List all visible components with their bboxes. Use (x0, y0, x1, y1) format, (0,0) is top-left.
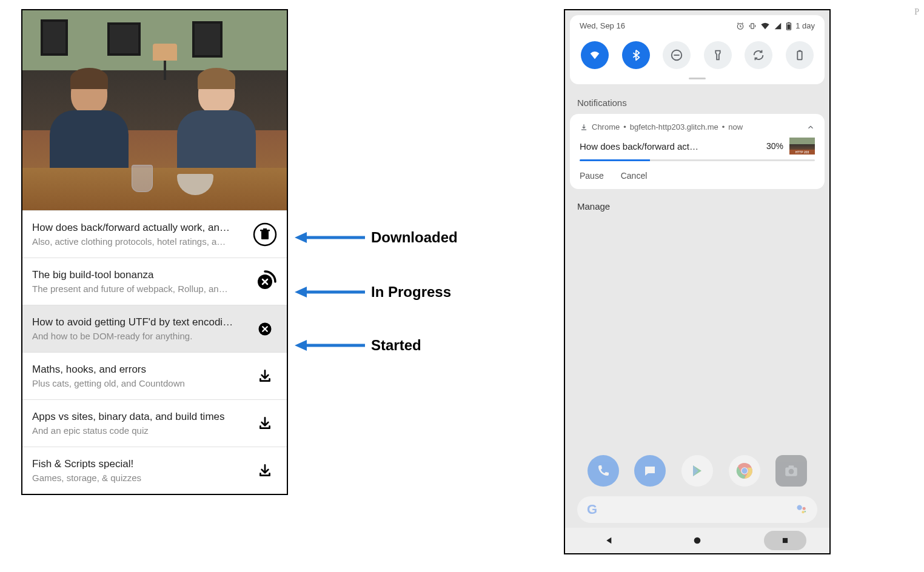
episode-subtitle: Plus cats, getting old, and Countdown (32, 378, 246, 388)
vibrate-icon (748, 22, 757, 30)
episode-title: How to avoid getting UTF'd by text encod… (32, 316, 246, 328)
svg-rect-2 (260, 230, 270, 231)
svg-rect-33 (783, 538, 788, 543)
manage-notifications-link[interactable]: Manage (565, 189, 829, 224)
bluetooth-toggle[interactable] (622, 41, 650, 69)
episode-title: The big build-tool bonanza (32, 269, 246, 281)
svg-rect-13 (751, 23, 754, 28)
episode-row[interactable]: The big build-tool bonanza The present a… (22, 258, 287, 305)
home-button[interactable] (676, 531, 718, 550)
svg-point-32 (694, 537, 701, 544)
quick-toggles-row (580, 38, 815, 75)
svg-marker-9 (295, 287, 307, 298)
rotate-icon (752, 48, 765, 62)
svg-point-24 (742, 468, 747, 473)
svg-rect-1 (261, 231, 269, 239)
download-button[interactable] (253, 411, 277, 436)
arrow-left-icon (293, 229, 366, 246)
dnd-icon (670, 48, 683, 62)
pause-action[interactable]: Pause (580, 171, 604, 181)
signal-icon (774, 22, 782, 30)
wall-art-icon (107, 22, 141, 56)
wifi-toggle[interactable] (581, 41, 609, 69)
play-store-app-icon[interactable] (681, 455, 713, 487)
back-button[interactable] (588, 531, 631, 550)
episode-row[interactable]: How does back/forward actually work, an…… (22, 210, 287, 258)
episode-subtitle: And how to be DOM-ready for anything. (32, 331, 246, 341)
episode-row[interactable]: Apps vs sites, binary data, and build ti… (22, 399, 287, 447)
cancel-action[interactable]: Cancel (621, 171, 648, 181)
play-icon (690, 464, 705, 478)
annotation-label: Started (371, 337, 421, 354)
triangle-back-icon (604, 536, 614, 545)
rotation-toggle[interactable] (745, 41, 772, 69)
episode-subtitle: And an epic status code quiz (32, 425, 246, 436)
battery-text: 1 day (795, 21, 815, 30)
svg-point-31 (805, 511, 806, 513)
progress-cancel-icon (253, 270, 277, 294)
svg-point-29 (803, 507, 806, 510)
square-recents-icon (781, 536, 789, 545)
app-screenshot-left: How does back/forward actually work, an…… (21, 9, 288, 495)
flashlight-toggle[interactable] (704, 41, 732, 69)
download-icon (580, 123, 588, 131)
download-icon (257, 416, 273, 431)
download-button[interactable] (253, 459, 277, 483)
episode-subtitle: The present and future of webpack, Rollu… (32, 284, 246, 294)
episode-row[interactable]: Fish & Scripts special! Games, storage, … (22, 447, 287, 494)
phone-app-icon[interactable] (588, 455, 619, 487)
svg-point-30 (802, 511, 804, 513)
messages-app-icon[interactable] (634, 455, 666, 487)
wall-art-icon (192, 21, 223, 58)
wifi-icon (588, 48, 601, 62)
chrome-icon (736, 462, 753, 479)
bowl-icon (177, 174, 213, 195)
episode-title: Maths, hooks, and errors (32, 364, 246, 376)
cancel-download-button[interactable] (253, 317, 277, 341)
person-illustration (174, 71, 259, 180)
episode-title: Fish & Scripts special! (32, 458, 246, 470)
episode-title: How does back/forward actually work, an… (32, 222, 246, 234)
delete-download-button[interactable] (253, 222, 277, 247)
svg-point-26 (789, 469, 794, 474)
message-icon (643, 464, 657, 478)
episode-row[interactable]: How to avoid getting UTF'd by text encod… (22, 305, 287, 352)
camera-app-icon[interactable] (775, 455, 807, 487)
arrow-left-icon (293, 284, 366, 301)
chevron-up-icon[interactable] (806, 123, 815, 131)
chrome-app-icon[interactable] (729, 455, 760, 487)
notification-title: How does back/forward act… (580, 141, 760, 151)
cancel-icon (256, 320, 274, 338)
person-illustration (47, 71, 132, 180)
episode-subtitle: Games, storage, & quizzes (32, 473, 246, 483)
flashlight-icon (711, 48, 725, 62)
svg-rect-27 (789, 465, 794, 468)
progress-bar (580, 159, 815, 161)
cancel-download-button[interactable] (253, 270, 277, 294)
download-notification[interactable]: Chrome • bgfetch-http203.glitch.me • now… (570, 114, 825, 189)
svg-rect-16 (788, 24, 791, 29)
episode-row[interactable]: Maths, hooks, and errors Plus cats, gett… (22, 352, 287, 399)
hero-video-thumbnail[interactable] (22, 10, 287, 210)
dnd-toggle[interactable] (663, 41, 691, 69)
separator-dot: • (623, 122, 626, 131)
download-icon (257, 368, 273, 384)
status-bar: Wed, Sep 16 1 day (580, 21, 815, 30)
drag-handle[interactable] (689, 78, 706, 79)
svg-rect-15 (788, 22, 790, 22)
notification-time: now (728, 122, 743, 131)
search-bar[interactable]: G (577, 496, 817, 523)
notification-source: bgfetch-http203.glitch.me (630, 122, 718, 131)
episode-subtitle: Also, active clothing protocols, hotel r… (32, 236, 246, 247)
notifications-heading: Notifications (565, 89, 829, 114)
phone-icon (596, 464, 611, 478)
annotation-label: In Progress (371, 284, 451, 301)
battery-saver-toggle[interactable] (786, 41, 814, 69)
recents-button[interactable] (764, 531, 806, 550)
android-screenshot-right: Wed, Sep 16 1 day (564, 9, 831, 554)
annotation-in-progress: In Progress (293, 284, 451, 301)
episode-title: Apps vs sites, binary data, and build ti… (32, 411, 246, 423)
arrow-left-icon (293, 337, 366, 354)
download-button[interactable] (253, 364, 277, 388)
assistant-icon (795, 504, 808, 516)
